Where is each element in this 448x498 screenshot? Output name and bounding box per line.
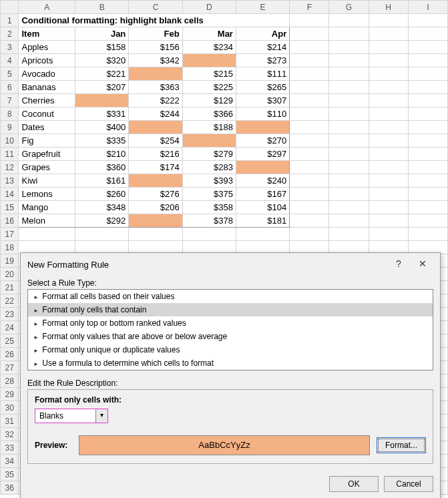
row-header[interactable]: 18 [1, 241, 19, 254]
help-button[interactable]: ? [387, 257, 411, 272]
cell[interactable] [182, 228, 236, 241]
cell[interactable] [369, 174, 408, 188]
cell[interactable] [408, 188, 447, 201]
cell[interactable] [369, 134, 408, 148]
cell[interactable] [369, 214, 408, 228]
cell[interactable]: Apricots [19, 54, 75, 67]
cell[interactable] [329, 148, 369, 161]
cell[interactable] [408, 67, 447, 81]
col-header[interactable]: F [290, 1, 329, 14]
rule-type-item[interactable]: ► Format only values that are above or b… [28, 330, 433, 343]
cell[interactable] [129, 174, 182, 188]
row-header[interactable]: 15 [1, 201, 19, 214]
cell[interactable]: $221 [75, 67, 129, 81]
cell[interactable] [329, 228, 369, 241]
cell[interactable]: $254 [129, 134, 182, 148]
row-header[interactable]: 16 [1, 214, 19, 228]
cell[interactable]: $342 [129, 54, 182, 67]
cell[interactable]: $307 [236, 94, 289, 107]
row-header[interactable]: 25 [1, 334, 19, 348]
cell[interactable]: Mar [182, 27, 236, 41]
col-header[interactable]: A [19, 1, 75, 14]
rule-type-list[interactable]: ► Format all cells based on their values… [27, 289, 433, 370]
cell[interactable]: $366 [182, 107, 236, 121]
cell[interactable]: $335 [75, 134, 129, 148]
cell[interactable] [129, 121, 182, 134]
cell[interactable]: $375 [182, 188, 236, 201]
cell[interactable]: $129 [182, 94, 236, 107]
cell[interactable]: $206 [129, 201, 182, 214]
cell[interactable]: $207 [75, 81, 129, 94]
cell[interactable] [290, 148, 329, 161]
cell[interactable] [369, 188, 408, 201]
col-header[interactable]: G [329, 1, 369, 14]
cell[interactable]: $167 [236, 188, 289, 201]
cell[interactable] [236, 161, 289, 174]
select-all-corner[interactable] [1, 1, 19, 14]
cell[interactable]: $393 [182, 174, 236, 188]
cell[interactable] [290, 201, 329, 214]
cell[interactable] [369, 67, 408, 81]
col-header[interactable]: I [408, 1, 447, 14]
cell[interactable] [290, 214, 329, 228]
row-header[interactable]: 2 [1, 27, 19, 41]
cell[interactable]: Cherries [19, 94, 75, 107]
col-header[interactable]: B [75, 1, 129, 14]
cell[interactable] [290, 81, 329, 94]
cell[interactable]: $181 [236, 214, 289, 228]
cell[interactable]: Avocado [19, 67, 75, 81]
row-header[interactable]: 1 [1, 14, 19, 27]
cell[interactable]: $214 [236, 41, 289, 54]
cell[interactable] [369, 228, 408, 241]
row-header[interactable]: 14 [1, 188, 19, 201]
cell[interactable]: Melon [19, 214, 75, 228]
cell[interactable] [290, 188, 329, 201]
cell[interactable] [408, 107, 447, 121]
cell[interactable]: Mango [19, 201, 75, 214]
rule-type-item[interactable]: ► Format all cells based on their values [28, 290, 433, 303]
cell[interactable]: $400 [75, 121, 129, 134]
cell[interactable]: $234 [182, 41, 236, 54]
cell[interactable]: $222 [129, 94, 182, 107]
cell[interactable] [290, 174, 329, 188]
row-header[interactable]: 36 [1, 481, 19, 495]
row-header[interactable]: 32 [1, 428, 19, 441]
cell[interactable]: $279 [182, 148, 236, 161]
cell[interactable]: $161 [75, 174, 129, 188]
cell[interactable]: $210 [75, 148, 129, 161]
cell[interactable]: $174 [129, 161, 182, 174]
cell[interactable]: $225 [182, 81, 236, 94]
col-header[interactable]: H [369, 1, 408, 14]
cell[interactable]: $111 [236, 67, 289, 81]
cell[interactable]: Coconut [19, 107, 75, 121]
cell[interactable] [290, 14, 329, 27]
cell[interactable]: Grapefruit [19, 148, 75, 161]
cell[interactable]: $188 [182, 121, 236, 134]
cell[interactable] [290, 134, 329, 148]
row-header[interactable]: 11 [1, 148, 19, 161]
cell[interactable] [369, 27, 408, 41]
cell[interactable]: $260 [75, 188, 129, 201]
page-title[interactable]: Conditional formatting: highlight blank … [19, 14, 290, 27]
row-header[interactable]: 26 [1, 348, 19, 361]
cell[interactable] [182, 134, 236, 148]
cell[interactable] [369, 81, 408, 94]
col-header[interactable]: D [182, 1, 236, 14]
cell[interactable] [408, 134, 447, 148]
cell[interactable]: $297 [236, 148, 289, 161]
cell[interactable]: Item [19, 27, 75, 41]
cell[interactable] [329, 54, 369, 67]
col-header[interactable]: E [236, 1, 289, 14]
cell[interactable]: $215 [182, 67, 236, 81]
row-header[interactable]: 30 [1, 401, 19, 415]
cell[interactable] [408, 161, 447, 174]
cell[interactable]: $104 [236, 201, 289, 214]
column-header-row[interactable]: A B C D E F G H I [1, 1, 448, 14]
cell[interactable] [129, 228, 182, 241]
cell[interactable]: $265 [236, 81, 289, 94]
cell[interactable] [329, 201, 369, 214]
cell[interactable] [408, 81, 447, 94]
cell[interactable] [236, 121, 289, 134]
row-header[interactable]: 22 [1, 294, 19, 308]
cell[interactable] [19, 228, 75, 241]
